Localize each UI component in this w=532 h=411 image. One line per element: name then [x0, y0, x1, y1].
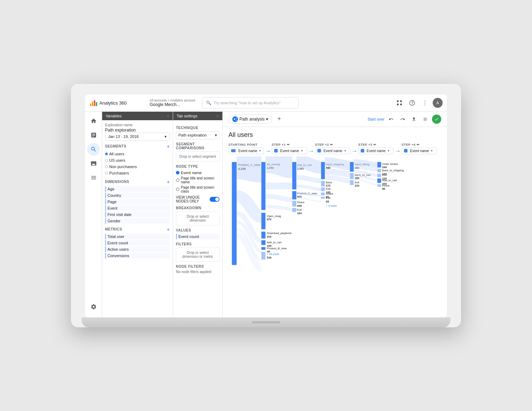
node-input-shipping[interactable]	[321, 162, 325, 179]
nav-admin[interactable]	[87, 300, 100, 313]
segment-all-users[interactable]: All users	[105, 151, 170, 157]
svg-rect-7	[400, 104, 402, 105]
values-value[interactable]: Event count	[176, 234, 220, 239]
node-input-billing[interactable]	[350, 162, 354, 171]
nav-configure[interactable]	[87, 171, 100, 184]
node-type-event-name[interactable]: Event name	[176, 170, 220, 176]
dimension-event[interactable]: Event	[105, 205, 170, 211]
node-share-2[interactable]	[292, 201, 297, 206]
node-back-3[interactable]	[321, 181, 325, 186]
node-exit-4[interactable]	[350, 180, 354, 185]
segment-us-users[interactable]: US users	[105, 157, 170, 163]
svg-text:210: 210	[355, 184, 359, 187]
node-back-to-cart-4[interactable]	[350, 173, 354, 179]
step2-label: STEP +2 ✏	[315, 143, 350, 146]
metric-event-count[interactable]: Event count	[105, 240, 170, 246]
metric-conversions[interactable]: Conversions	[105, 253, 170, 259]
radio-unselected	[176, 188, 179, 191]
breakdown-drop-target[interactable]: Drop or select dimension	[176, 211, 220, 226]
more-icon-btn[interactable]: ⋮	[420, 98, 430, 108]
node-exit-5[interactable]	[377, 173, 381, 177]
node-product-c-view[interactable]	[292, 191, 297, 199]
dimension-gender[interactable]: Gender	[105, 218, 170, 224]
node-exit-3[interactable]	[321, 187, 325, 191]
dimension-country[interactable]: Country	[105, 193, 170, 198]
technique-selector[interactable]: Path exploration ▾	[176, 131, 220, 139]
node-add-to-cart-1[interactable]	[261, 240, 266, 245]
segment-non-purchasers[interactable]: Non purchasers	[105, 163, 170, 170]
step2-selector[interactable]: Event name ▾	[315, 148, 350, 154]
undo-btn[interactable]	[387, 115, 396, 124]
publish-btn[interactable]	[432, 115, 441, 124]
dimension-first-visit-date[interactable]: First visit date	[105, 212, 170, 217]
svg-text:Add_to_cart: Add_to_cart	[382, 179, 398, 182]
metric-total-user[interactable]: Total user	[105, 234, 170, 239]
node-exit2-3[interactable]	[321, 196, 325, 199]
dimensions-section-title: DIMENSIONS +	[105, 179, 170, 185]
redo-btn[interactable]	[398, 115, 407, 124]
dimension-age[interactable]: Age	[105, 186, 170, 192]
minimize-icon[interactable]: −	[167, 114, 169, 118]
technique-label: TECHNIQUE	[176, 126, 220, 130]
start-over-button[interactable]: Start over	[367, 117, 384, 121]
nav-home[interactable]	[87, 115, 100, 127]
help-icon-btn[interactable]: ?	[407, 98, 417, 108]
node-home-5[interactable]	[377, 184, 381, 187]
tab-settings-controls[interactable]: −	[217, 114, 219, 118]
add-segment-btn[interactable]: +	[167, 144, 170, 149]
node-more-1[interactable]	[261, 252, 266, 259]
starting-point-selector[interactable]: Event name ▾	[228, 148, 264, 154]
add-tab-button[interactable]: +	[275, 115, 283, 123]
share-btn[interactable]	[421, 115, 430, 124]
dimension-page[interactable]: Page	[105, 199, 170, 205]
grid-icon-btn[interactable]	[394, 98, 404, 108]
node-type-page-screen-class[interactable]: Page title and screen class	[176, 185, 220, 194]
node-share-3[interactable]	[321, 192, 325, 195]
node-type-label: NODE TYPE	[176, 165, 220, 168]
date-range-selector[interactable]: Jan 13 - 19, 2018 ▾	[105, 133, 170, 141]
tab-settings-label: Tab settings	[177, 114, 198, 118]
step4-selector[interactable]: Event name ▾	[401, 148, 437, 154]
nav-reports[interactable]	[87, 129, 100, 141]
download-btn[interactable]	[409, 115, 419, 124]
node-exit-2[interactable]	[292, 208, 297, 212]
technique-value: Path exploration	[178, 133, 207, 137]
svg-rect-0	[90, 104, 92, 106]
nav-advertising[interactable]	[87, 157, 100, 170]
app-logo-area: Analytics 360	[89, 99, 146, 107]
svg-text:Product_B_view: Product_B_view	[267, 246, 287, 250]
svg-text:Home: Home	[382, 184, 390, 187]
add-metric-btn[interactable]: +	[167, 227, 170, 232]
node-download-playbook[interactable]	[261, 232, 266, 238]
path-analysis-tab[interactable]: Path analysis ▾	[228, 115, 272, 124]
node-product-a-view[interactable]	[232, 162, 237, 265]
variables-panel-controls[interactable]: −	[167, 114, 169, 118]
laptop-notch	[252, 321, 280, 323]
node-open-imag[interactable]	[261, 213, 266, 229]
svg-text:90: 90	[382, 187, 386, 190]
step3-selector[interactable]: Event name ▾	[358, 148, 394, 154]
view-unique-nodes-row: VIEW UNIQUE NODES ONLY	[176, 195, 220, 203]
filters-drop-target[interactable]: Drop or select dimension or metric	[176, 248, 220, 262]
node-type-page-screen-name[interactable]: Page title and screen name	[176, 176, 220, 185]
search-bar[interactable]: 🔍 Try searching "how to set up Analytics…	[202, 97, 299, 109]
node-product-b-view[interactable]	[261, 247, 266, 250]
node-all-overlay[interactable]	[261, 162, 266, 210]
user-avatar[interactable]: A	[433, 98, 443, 108]
node-order-review[interactable]	[377, 162, 381, 167]
sankey-chart: Product_A_view 4,348	[228, 156, 441, 291]
segment-drop-target[interactable]: Drop or select segment	[176, 151, 220, 162]
node-back-to-shipping-5[interactable]	[377, 169, 381, 172]
step1-selector[interactable]: Event name ▾	[272, 148, 307, 154]
node-add-to-cart-5[interactable]	[377, 178, 381, 183]
segment-purchasers[interactable]: Purchasers	[105, 170, 170, 176]
view-unique-toggle[interactable]	[210, 197, 220, 202]
nav-explore[interactable]	[87, 143, 100, 156]
svg-text:Exit: Exit	[297, 208, 302, 211]
step4-label: STEP +4 ✏	[401, 143, 437, 146]
metric-active-users[interactable]: Active users	[105, 246, 170, 252]
minimize-tab-icon[interactable]: −	[217, 114, 219, 118]
search-placeholder: Try searching "how to set up Analytics"	[214, 101, 281, 105]
node-add-to-cart-2[interactable]	[292, 162, 297, 189]
add-dimension-btn[interactable]: +	[167, 179, 170, 185]
